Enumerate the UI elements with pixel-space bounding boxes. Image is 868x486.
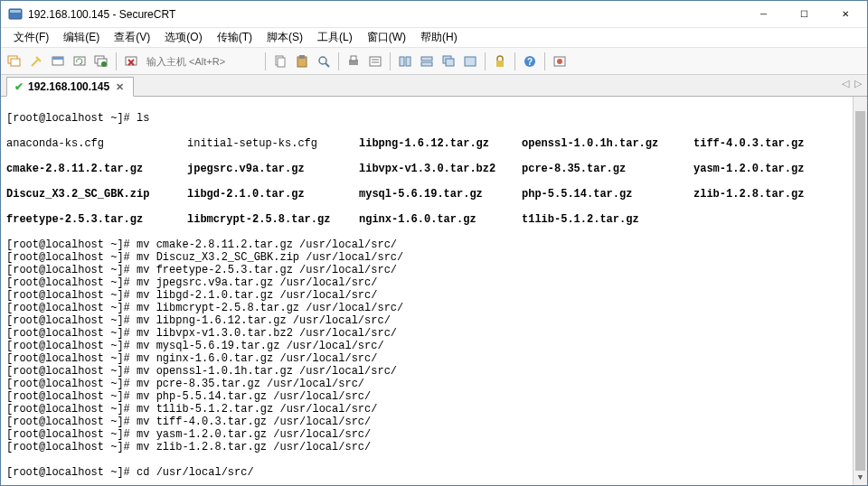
terminal-line: [root@localhost ~]# ls — [6, 112, 862, 125]
terminal-line: freetype-2.5.3.tar.gzlibmcrypt-2.5.8.tar… — [6, 213, 862, 226]
tb-disconnect-icon[interactable] — [121, 51, 141, 71]
scroll-track[interactable] — [854, 111, 867, 471]
svg-rect-28 — [465, 57, 476, 66]
svg-rect-14 — [299, 55, 305, 59]
terminal-line: [root@localhost ~]# mv libmcrypt-2.5.8.t… — [6, 302, 862, 314]
tb-options-icon[interactable] — [550, 51, 570, 71]
menu-options[interactable]: 选项(O) — [157, 28, 209, 47]
terminal-line: [root@localhost ~]# mv libpng-1.6.12.tar… — [6, 314, 862, 327]
menu-script[interactable]: 脚本(S) — [259, 28, 310, 47]
menu-file[interactable]: 文件(F) — [6, 28, 56, 47]
terminal-line: [root@localhost ~]# mv zlib-1.2.8.tar.gz… — [6, 441, 862, 453]
svg-rect-10 — [126, 57, 137, 65]
terminal-line: [root@localhost ~]# mv freetype-2.5.3.ta… — [6, 264, 862, 276]
tb-tile-h-icon[interactable] — [417, 51, 437, 71]
tb-session-manager-icon[interactable] — [5, 51, 24, 71]
tab-bar: ✔ 192.168.100.145 ✕ ◁ ▷ — [1, 75, 867, 97]
svg-rect-1 — [10, 10, 21, 13]
menu-window[interactable]: 窗口(W) — [360, 28, 413, 47]
tb-help-icon[interactable]: ? — [520, 51, 540, 71]
menu-help[interactable]: 帮助(H) — [413, 28, 465, 47]
toolbar-separator — [485, 52, 486, 70]
terminal-line: [root@localhost ~]# mv tiff-4.0.3.tar.gz… — [6, 416, 862, 428]
terminal-line: [root@localhost ~]# mv cmake-2.8.11.2.ta… — [6, 238, 862, 251]
toolbar-separator — [116, 52, 117, 70]
toolbar: ? — [1, 48, 867, 75]
toolbar-separator — [514, 52, 515, 70]
tb-quick-connect-icon[interactable] — [26, 51, 46, 71]
scrollbar[interactable]: ▲ ▼ — [853, 97, 867, 485]
svg-rect-22 — [400, 57, 404, 66]
tb-find-icon[interactable] — [314, 51, 334, 71]
terminal-line: [root@localhost ~]# mv nginx-1.6.0.tar.g… — [6, 352, 862, 365]
maximize-button[interactable]: ☐ — [784, 2, 825, 27]
svg-text:?: ? — [527, 57, 533, 67]
terminal-line: [root@localhost ~]# mv libvpx-v1.3.0.tar… — [6, 327, 862, 340]
minimize-button[interactable]: ─ — [743, 2, 784, 27]
terminal-line: [root@localhost ~]# mv libgd-2.1.0.tar.g… — [6, 289, 862, 302]
svg-rect-5 — [52, 57, 63, 60]
window-controls: ─ ☐ ✕ — [743, 2, 865, 27]
svg-rect-12 — [278, 58, 285, 67]
tb-single-icon[interactable] — [460, 51, 480, 71]
svg-rect-23 — [406, 57, 410, 66]
tab-nav: ◁ ▷ — [842, 78, 862, 89]
svg-rect-27 — [446, 59, 454, 66]
tab-close-icon[interactable]: ✕ — [114, 81, 126, 93]
terminal-line: [root@localhost ~]# mv jpegsrc.v9a.tar.g… — [6, 276, 862, 289]
svg-rect-18 — [351, 56, 356, 61]
tb-reconnect-all-icon[interactable] — [91, 51, 111, 71]
toolbar-separator — [390, 52, 391, 70]
menu-view[interactable]: 查看(V) — [107, 28, 157, 47]
close-button[interactable]: ✕ — [825, 2, 865, 27]
terminal-line: [root@localhost ~]# cd /usr/local/src/ — [6, 466, 862, 479]
tb-print-icon[interactable] — [344, 51, 363, 71]
tab-next-icon[interactable]: ▷ — [854, 78, 862, 89]
tb-reconnect-icon[interactable] — [70, 51, 90, 71]
terminal-line: [root@localhost ~]# mv yasm-1.2.0.tar.gz… — [6, 428, 862, 441]
tab-label: 192.168.100.145 — [28, 80, 109, 93]
tb-cascade-icon[interactable] — [439, 51, 458, 71]
terminal[interactable]: [root@localhost ~]# ls anaconda-ks.cfgin… — [1, 97, 867, 485]
tb-connect-icon[interactable] — [48, 51, 68, 71]
menubar: 文件(F) 编辑(E) 查看(V) 选项(O) 传输(T) 脚本(S) 工具(L… — [1, 28, 867, 48]
tb-tile-v-icon[interactable] — [395, 51, 415, 71]
terminal-line: Discuz_X3.2_SC_GBK.ziplibgd-2.1.0.tar.gz… — [6, 188, 862, 201]
tab-prev-icon[interactable]: ◁ — [842, 78, 849, 89]
svg-rect-29 — [496, 61, 504, 67]
svg-rect-25 — [421, 62, 432, 66]
terminal-line: [root@localhost ~]# mv php-5.5.14.tar.gz… — [6, 390, 862, 403]
window-title: 192.168.100.145 - SecureCRT — [28, 8, 743, 21]
scroll-thumb[interactable] — [855, 111, 865, 471]
scroll-down-icon[interactable]: ▼ — [854, 471, 867, 485]
menu-edit[interactable]: 编辑(E) — [56, 28, 107, 47]
app-icon — [8, 7, 23, 22]
svg-rect-19 — [370, 57, 381, 66]
terminal-line: [root@localhost ~]# mv openssl-1.0.1h.ta… — [6, 365, 862, 378]
terminal-line: [root@localhost ~]# mv pcre-8.35.tar.gz … — [6, 378, 862, 390]
svg-point-9 — [101, 61, 107, 67]
terminal-line: [root@localhost ~]# mv t1lib-5.1.2.tar.g… — [6, 403, 862, 416]
host-input[interactable] — [143, 54, 260, 69]
menu-tools[interactable]: 工具(L) — [310, 28, 360, 47]
terminal-line: anaconda-ks.cfginitial-setup-ks.cfglibpn… — [6, 137, 862, 150]
svg-point-15 — [319, 57, 326, 64]
toolbar-separator — [338, 52, 339, 70]
tb-copy-icon[interactable] — [270, 51, 290, 71]
connected-icon: ✔ — [14, 80, 24, 93]
terminal-line: [root@localhost ~]# mv Discuz_X3.2_SC_GB… — [6, 251, 862, 264]
tb-properties-icon[interactable] — [365, 51, 385, 71]
tb-paste-icon[interactable] — [292, 51, 312, 71]
svg-line-16 — [326, 63, 329, 67]
toolbar-separator — [265, 52, 266, 70]
svg-rect-24 — [421, 57, 432, 61]
tb-lock-icon[interactable] — [490, 51, 510, 71]
toolbar-separator — [544, 52, 545, 70]
svg-rect-3 — [11, 59, 20, 66]
terminal-line: [root@localhost ~]# mv mysql-5.6.19.tar.… — [6, 340, 862, 352]
menu-transfer[interactable]: 传输(T) — [210, 28, 259, 47]
session-tab[interactable]: ✔ 192.168.100.145 ✕ — [6, 77, 134, 97]
terminal-line: cmake-2.8.11.2.tar.gzjpegsrc.v9a.tar.gzl… — [6, 163, 862, 175]
window-titlebar: 192.168.100.145 - SecureCRT ─ ☐ ✕ — [1, 1, 867, 28]
svg-point-33 — [557, 59, 562, 64]
